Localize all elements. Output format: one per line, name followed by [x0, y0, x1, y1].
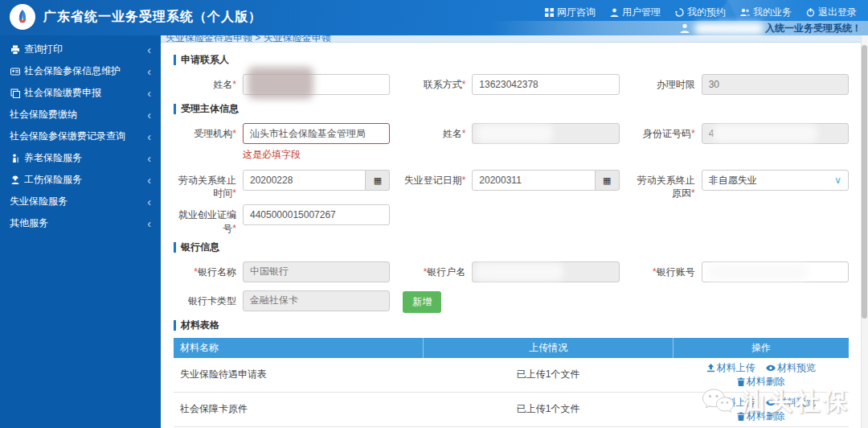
section-title: 申请联系人: [181, 53, 229, 67]
calendar-icon[interactable]: ▦: [596, 170, 620, 191]
section-subject-info: 受理主体信息: [174, 102, 849, 116]
scrollbar-track[interactable]: [861, 35, 868, 428]
chevron-left-icon: ‹: [147, 88, 151, 99]
menu-label: 我的预约: [687, 6, 726, 19]
id-number-input: [702, 123, 849, 144]
section-title: 受理主体信息: [181, 102, 239, 116]
sidebar-item-label: 工伤保险服务: [24, 173, 82, 187]
menu-label: 退出登录: [818, 6, 857, 19]
menu-item-my-business[interactable]: 我的业务: [740, 6, 792, 19]
sidebar-item-payment-record-query[interactable]: 社会保险参保缴费记录查询 ‹: [0, 126, 161, 147]
field-contact-phone: 联系方式*: [403, 72, 619, 97]
menu-item-hall-consult[interactable]: 网厅咨询: [545, 6, 596, 19]
field-label: 办理时限: [633, 72, 702, 97]
sidebar-item-pension-service[interactable]: 养老保险服务 ‹: [0, 147, 161, 169]
required-marker: *: [232, 223, 236, 234]
menu-item-my-appointments[interactable]: 我的预约: [675, 6, 726, 19]
top-menu: 网厅咨询 用户管理 我的预约 我的业务 退出登录: [545, 6, 857, 19]
required-marker: *: [691, 128, 695, 139]
sidebar-item-work-injury-service[interactable]: 工伤保险服务 ‹: [0, 169, 161, 191]
section-title: 银行信息: [181, 241, 219, 254]
sidebar-item-label: 养老保险服务: [24, 151, 82, 165]
worker-icon: [10, 175, 20, 185]
applicant-name-input[interactable]: [243, 74, 390, 95]
chevron-left-icon: ‹: [147, 218, 151, 229]
agency-input[interactable]: [243, 123, 390, 144]
field-label: 联系方式*: [403, 72, 472, 97]
field-add-bank: 新增: [403, 289, 619, 313]
select-value: 非自愿失业: [709, 174, 757, 187]
sidebar-nav: 查询打印 ‹ 社会保险参保信息维护 ‹ 社会保险缴费申报 ‹ 社会保险费缴纳 ‹…: [0, 35, 161, 428]
breadcrumb-link-second[interactable]: 失业保险金申领: [264, 35, 331, 43]
watermark: 汕头社保: [701, 385, 850, 418]
watermark-text: 汕头社保: [741, 385, 850, 418]
welcome-text: 入统一业务受理系统！: [765, 22, 862, 35]
required-marker: *: [691, 187, 695, 199]
employment-cert-no-input[interactable]: [243, 204, 390, 225]
sidebar-item-fee-payment[interactable]: 社会保险费缴纳 ‹: [0, 104, 161, 126]
column-header-upload-status: 上传情况: [424, 338, 674, 358]
section-title: 材料表格: [181, 319, 219, 332]
field-label: 银行卡类型: [174, 289, 243, 313]
history-icon: [675, 8, 684, 17]
contact-phone-input[interactable]: [472, 74, 619, 95]
elder-person-icon: [10, 154, 20, 163]
sidebar-item-label: 查询打印: [24, 43, 63, 56]
required-marker: *: [232, 79, 236, 90]
bank-account-no-input[interactable]: [702, 261, 849, 282]
chevron-down-icon: ∨: [834, 175, 841, 186]
sidebar-item-label: 失业保险服务: [10, 195, 68, 208]
user-icon: [610, 8, 619, 17]
scrollbar-thumb[interactable]: [862, 45, 867, 319]
sidebar-item-other-services[interactable]: 其他服务 ‹: [0, 212, 161, 234]
add-bank-button[interactable]: 新增: [403, 291, 441, 313]
field-label: 姓名*: [403, 121, 472, 162]
labor-end-reason-select[interactable]: 非自愿失业 ∨: [702, 170, 849, 191]
subject-name-input: [472, 123, 619, 144]
material-preview-link[interactable]: 材料预览: [766, 361, 816, 375]
time-limit-input: [702, 74, 849, 95]
field-applicant-name: 姓名*: [174, 72, 390, 97]
material-upload-link[interactable]: 材料上传: [706, 361, 755, 375]
welcome-strip: 入统一业务受理系统！: [490, 21, 868, 35]
sidebar-item-label: 社会保险缴费申报: [24, 86, 101, 100]
table-header-row: 材料名称 上传情况 操作: [174, 338, 849, 358]
field-label: 劳动关系终止原因*: [633, 168, 702, 200]
sidebar-item-unemployment-service[interactable]: 失业保险服务 ‹: [0, 191, 161, 212]
section-marker: [174, 242, 176, 253]
field-bank-account-name: *银行户名: [403, 260, 619, 284]
menu-item-logout[interactable]: 退出登录: [806, 6, 857, 19]
sidebar-item-query-print[interactable]: 查询打印 ‹: [0, 39, 161, 60]
field-labor-end-time: 劳动关系终止时间* ▦: [174, 168, 390, 200]
breadcrumb: 失业保险金待遇申领 > 失业保险金申领: [161, 35, 868, 43]
required-marker: *: [462, 128, 466, 139]
field-label: *银行名称: [174, 260, 243, 284]
field-labor-end-reason: 劳动关系终止原因* 非自愿失业 ∨: [633, 168, 849, 200]
section-marker: [174, 320, 176, 331]
report-icon: [10, 88, 20, 98]
required-marker: *: [462, 79, 466, 90]
chevron-left-icon: ‹: [147, 153, 151, 164]
material-name-cell: 社会保障卡原件: [174, 392, 424, 426]
bank-name-input: [243, 261, 390, 282]
sidebar-item-payment-declare[interactable]: 社会保险缴费申报 ‹: [0, 82, 161, 104]
required-marker: *: [232, 187, 236, 199]
menu-item-user-management[interactable]: 用户管理: [610, 6, 661, 19]
chevron-left-icon: ‹: [147, 44, 151, 56]
field-label: 姓名*: [174, 72, 243, 97]
section-marker: [174, 55, 176, 65]
labor-end-time-input[interactable]: [243, 170, 366, 191]
brand: 广东省统一业务受理系统（个人版）: [10, 4, 262, 30]
unemployment-reg-date-input[interactable]: [472, 170, 595, 191]
calendar-icon[interactable]: ▦: [366, 170, 390, 191]
sidebar-item-insured-info-maintain[interactable]: 社会保险参保信息维护 ‹: [0, 60, 161, 82]
breadcrumb-link-first[interactable]: 失业保险金待遇申领: [166, 35, 252, 43]
menu-label: 我的业务: [753, 6, 792, 19]
field-label: 受理机构*: [174, 121, 243, 162]
field-unemployment-reg-date: 失业登记日期* ▦: [403, 168, 619, 200]
main-content: 失业保险金待遇申领 > 失业保险金申领 申请联系人 姓名*: [161, 35, 868, 428]
section-bank-info: 银行信息: [174, 241, 849, 254]
field-label: 身份证号码*: [633, 121, 702, 162]
sidebar-item-label: 其他服务: [10, 216, 48, 230]
bank-card-type-input: [243, 290, 390, 311]
